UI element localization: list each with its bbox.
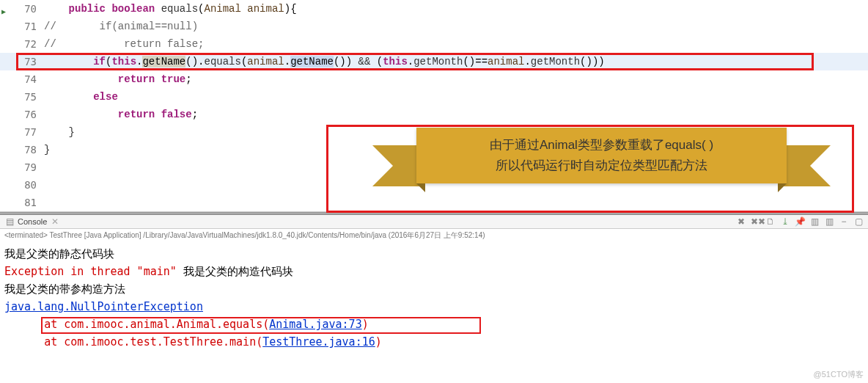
banner-text-line1: 由于通过Animal类型参数重载了equals( ) xyxy=(431,135,772,156)
line-number: 81 xyxy=(0,194,44,211)
stacktrace-link[interactable]: Animal.java:73 xyxy=(269,318,361,331)
code-text: // return false; xyxy=(44,35,868,53)
line-number: 72 xyxy=(0,35,44,53)
line-number: 78 xyxy=(0,141,44,158)
line-number: 80 xyxy=(0,176,44,194)
code-line: 76 return false; xyxy=(0,106,868,123)
scroll-lock-icon[interactable]: ⤓ xyxy=(780,216,790,227)
console-line: 我是父类的带参构造方法 xyxy=(4,280,864,298)
console-line: Exception in thread "main" 我是父类的构造代码块 xyxy=(4,263,864,280)
open-console-icon[interactable]: ▥ xyxy=(824,216,834,227)
console-output[interactable]: 我是父类的静态代码块 Exception in thread "main" 我是… xyxy=(0,242,868,354)
banner-text-line2: 所以代码运行时自动定位类型匹配方法 xyxy=(431,156,772,176)
maximize-icon[interactable]: ▢ xyxy=(853,216,864,227)
remove-all-icon[interactable]: ✖✖ xyxy=(751,216,761,227)
clear-console-icon[interactable]: 🗋 xyxy=(765,216,776,227)
remove-launch-icon[interactable]: ✖ xyxy=(736,216,746,227)
console-line: java.lang.NullPointerException xyxy=(4,298,864,315)
close-tab-icon[interactable]: ✕ xyxy=(50,216,60,227)
line-number: 79 xyxy=(0,158,44,176)
code-editor[interactable]: ▶ 70 public boolean equals(Animal animal… xyxy=(0,0,868,212)
console-tab-label: Console xyxy=(18,217,47,226)
line-number: 76 xyxy=(0,106,44,123)
console-line: at com.imooc.test.TestThree.main(TestThr… xyxy=(4,333,864,351)
code-text: // if(animal==null) xyxy=(44,18,868,35)
annotation-banner: 由于通过Animal类型参数重载了equals( ) 所以代码运行时自动定位类型… xyxy=(372,128,831,201)
console-toolbar: ✖ ✖✖ 🗋 ⤓ 📌 ▥ ▥ − ▢ xyxy=(736,216,864,227)
line-number: 77 xyxy=(0,123,44,141)
console-header: ▤ Console ✕ ✖ ✖✖ 🗋 ⤓ 📌 ▥ ▥ − ▢ xyxy=(0,215,868,229)
line-number: 74 xyxy=(0,70,44,88)
code-line: 71 // if(animal==null) xyxy=(0,18,868,35)
code-line: 72 // return false; xyxy=(0,35,868,53)
code-text: if(this.getName().equals(animal.getName(… xyxy=(44,53,868,70)
code-text: else xyxy=(44,88,868,106)
console-line: at com.imooc.animal.Animal.equals(Animal… xyxy=(4,315,864,333)
console-line: 我是父类的静态代码块 xyxy=(4,245,864,263)
line-number: 75 xyxy=(0,88,44,106)
console-icon: ▤ xyxy=(4,216,15,227)
exception-link[interactable]: java.lang.NullPointerException xyxy=(4,300,203,313)
code-line-current: 73 if(this.getName().equals(animal.getNa… xyxy=(0,53,868,70)
display-selected-icon[interactable]: ▥ xyxy=(809,216,820,227)
tab-console[interactable]: ▤ Console ✕ xyxy=(4,216,60,227)
code-text: return true; xyxy=(44,70,868,88)
code-line: 75 else xyxy=(0,88,868,106)
code-text: public boolean equals(Animal animal){ xyxy=(44,0,868,18)
line-number: ▶ 70 xyxy=(0,0,44,18)
code-line: 74 return true; xyxy=(0,70,868,88)
pin-console-icon[interactable]: 📌 xyxy=(795,216,805,227)
stacktrace-link[interactable]: TestThree.java:16 xyxy=(262,335,375,349)
watermark: @51CTO博客 xyxy=(814,369,864,380)
code-text: return false; xyxy=(44,106,868,123)
line-number: 71 xyxy=(0,18,44,35)
line-number: 73 xyxy=(0,53,44,70)
code-line: ▶ 70 public boolean equals(Animal animal… xyxy=(0,0,868,18)
minimize-icon[interactable]: − xyxy=(839,216,849,227)
console-status: <terminated> TestThree [Java Application… xyxy=(0,229,868,242)
